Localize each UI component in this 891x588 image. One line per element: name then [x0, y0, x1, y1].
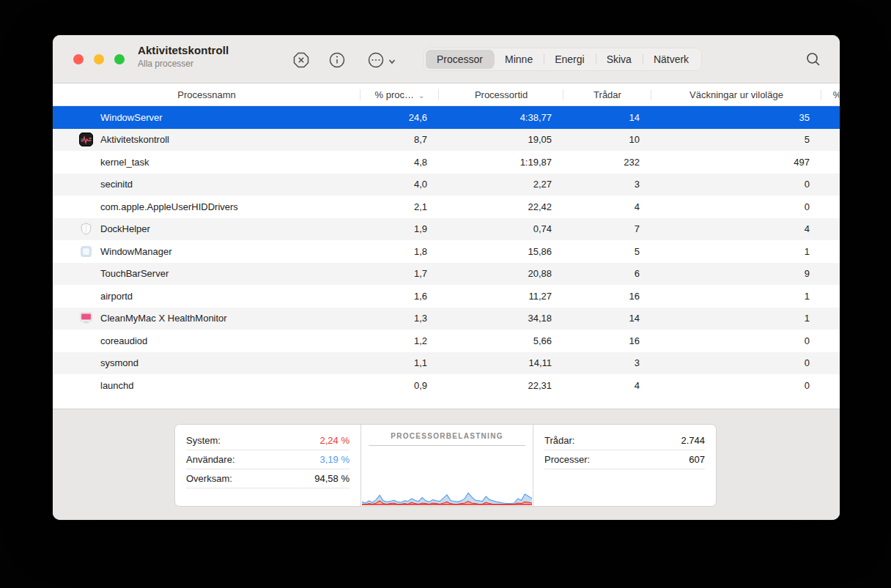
table-row[interactable]: TouchBarServer1,720,8869	[53, 263, 840, 286]
column-header-1[interactable]: % proc…⌄	[361, 83, 439, 106]
sort-indicator-icon: ⌄	[418, 92, 424, 100]
search-icon[interactable]	[805, 51, 822, 68]
idle-wakeups: 1	[651, 246, 821, 257]
idle-wakeups: 4	[651, 223, 821, 234]
cpu-time: 19,05	[439, 134, 563, 145]
process-name: kernel_task	[100, 157, 149, 168]
stat-label: Processer:	[544, 454, 590, 465]
idle-wakeups: 0	[651, 357, 821, 368]
idle-wakeups: 497	[651, 157, 821, 168]
cpu-percent: 1,7	[361, 268, 439, 279]
cpu-time: 22,42	[439, 201, 563, 212]
thread-count: 4	[563, 380, 651, 391]
tab-minne[interactable]: Minne	[494, 50, 544, 69]
idle-wakeups: 1	[651, 291, 821, 302]
table-row[interactable]: sysmond1,114,1130	[53, 352, 840, 375]
process-name: Aktivitetskontroll	[100, 134, 169, 145]
column-header-label: % proc…	[375, 89, 414, 100]
idle-wakeups: 0	[651, 335, 821, 346]
cleanmymac-icon	[79, 311, 93, 325]
column-header-3[interactable]: Trådar	[563, 83, 651, 106]
stat-value: 94,58 %	[314, 473, 350, 484]
cpu-time: 5,66	[439, 335, 563, 346]
stat-row: Trådar:2.744	[544, 431, 705, 450]
tab-nätverk[interactable]: Nätverk	[643, 50, 700, 69]
info-icon[interactable]	[328, 51, 346, 69]
process-name: WindowManager	[100, 246, 172, 257]
process-name: coreaudiod	[100, 335, 147, 346]
column-header-2[interactable]: Processortid	[439, 83, 563, 106]
close-button[interactable]	[73, 54, 84, 64]
table-row[interactable]: WindowManager1,815,8651	[53, 240, 840, 263]
table-row[interactable]: airportd1,611,27161	[53, 285, 840, 308]
column-header-label: %	[833, 89, 840, 100]
stat-value: 3,19 %	[320, 454, 350, 465]
idle-wakeups: 1	[651, 313, 821, 324]
table-row[interactable]: com.apple.AppleUserHIDDrivers2,122,4240	[53, 196, 840, 218]
process-name: secinitd	[100, 179, 133, 190]
table-row[interactable]: Aktivitetskontroll8,719,05105	[53, 129, 840, 152]
cpu-percent: 1,9	[361, 223, 439, 234]
table-row[interactable]: coreaudiod1,25,66160	[53, 330, 840, 352]
cpu-time: 22,31	[439, 380, 563, 391]
column-header-4[interactable]: Väckningar ur viloläge	[651, 83, 821, 106]
minimize-button[interactable]	[94, 54, 104, 64]
idle-wakeups: 35	[651, 112, 821, 123]
stat-label: System:	[186, 435, 221, 446]
stop-process-icon[interactable]	[292, 51, 310, 69]
chart-divider	[369, 445, 525, 446]
cpu-load-sparkline	[362, 450, 532, 505]
cpu-percent-stats: System:2,24 %Användare:3,19 %Overksam:94…	[175, 425, 361, 506]
idle-wakeups: 9	[651, 268, 821, 279]
column-header-5[interactable]: %	[821, 83, 840, 106]
table-row[interactable]: launchd0,922,3140	[53, 374, 840, 397]
cpu-time: 1:19,87	[439, 157, 563, 168]
cpu-percent: 1,3	[361, 313, 439, 324]
zoom-button[interactable]	[114, 54, 125, 64]
column-header-label: Processortid	[475, 89, 528, 100]
cpu-percent: 4,0	[361, 179, 439, 190]
more-options-icon[interactable]	[367, 51, 385, 69]
tab-energi[interactable]: Energi	[544, 50, 595, 69]
cpu-percent: 2,1	[361, 201, 439, 212]
window-title: Aktivitetskontroll	[138, 44, 229, 56]
process-name: sysmond	[100, 357, 138, 368]
window-manager-icon	[79, 245, 93, 258]
stat-label: Trådar:	[544, 435, 574, 446]
cpu-percent: 8,7	[361, 134, 439, 145]
idle-wakeups: 0	[651, 179, 821, 190]
table-header: Processnamn% proc…⌄ProcessortidTrådarVäc…	[53, 83, 840, 106]
process-name: com.apple.AppleUserHIDDrivers	[100, 201, 238, 212]
tab-skiva[interactable]: Skiva	[596, 50, 643, 69]
cpu-percent: 1,8	[361, 246, 439, 257]
process-name: airportd	[100, 291, 133, 302]
thread-count: 14	[563, 112, 651, 123]
thread-process-stats: Trådar:2.744Processer:607	[533, 425, 716, 506]
thread-count: 4	[563, 201, 651, 212]
process-name: WindowServer	[100, 112, 163, 123]
stat-row: Användare:3,19 %	[186, 450, 350, 469]
table-row[interactable]: WindowServer24,64:38,771435	[53, 106, 840, 129]
cpu-percent: 0,9	[361, 380, 439, 391]
stat-value: 2,24 %	[320, 435, 350, 446]
table-row[interactable]: CleanMyMac X HealthMonitor1,334,18141	[53, 308, 840, 330]
cpu-load-chart: PROCESSORBELASTNING	[361, 425, 533, 506]
table-row[interactable]: DockHelper1,90,7474	[53, 218, 840, 241]
cpu-time: 15,86	[439, 246, 563, 257]
process-table-body: WindowServer24,64:38,771435Aktivitetskon…	[53, 106, 840, 397]
thread-count: 232	[563, 157, 651, 168]
thread-count: 16	[563, 291, 651, 302]
column-header-0[interactable]: Processnamn	[53, 83, 361, 106]
chevron-down-icon[interactable]	[388, 56, 396, 64]
column-header-label: Processnamn	[177, 89, 235, 100]
thread-count: 10	[563, 134, 651, 145]
stat-row: Processer:607	[544, 450, 705, 469]
tab-processor[interactable]: Processor	[426, 50, 494, 69]
table-row[interactable]: secinitd4,02,2730	[53, 174, 840, 196]
column-header-label: Trådar	[594, 89, 621, 100]
table-row[interactable]: kernel_task4,81:19,87232497	[53, 151, 840, 174]
cpu-percent: 1,2	[361, 335, 439, 346]
stat-value: 2.744	[681, 435, 705, 446]
shield-icon	[79, 222, 93, 236]
cpu-time: 20,88	[439, 268, 563, 279]
